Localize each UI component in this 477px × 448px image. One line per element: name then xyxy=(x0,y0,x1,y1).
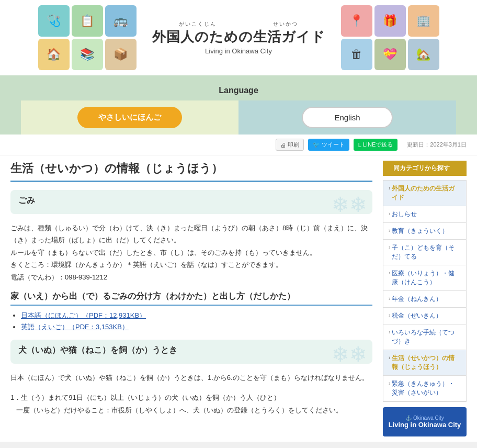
sidebar-nav: › 外国人のための生活ガイド › おしらせ › 教育（きょういく） › 子（こ）… xyxy=(383,180,467,402)
sidebar-item-label: 医療（いりょう）・健康（けんこう） xyxy=(392,269,461,287)
chevron-icon: › xyxy=(389,296,390,301)
icon-gift: 🎁 xyxy=(374,5,406,37)
icon-bus: 🚌 xyxy=(105,5,137,37)
gomi-body: ごみは、種類（しゅるい）で分（わ）けて、決（き）まった曜日（ようび）の朝（あさ）… xyxy=(10,222,372,283)
sidebar-title-text: 同カテゴリから探す xyxy=(393,164,450,173)
site-header: 🩺 📋 🚌 🏠 📚 📦 がいこくじん せいかつ 外国人のための生活ガイド Liv… xyxy=(0,0,477,75)
sidebar-item-label: 生活（せいかつ）の情報（じょうほう） xyxy=(392,354,461,372)
content-area: 生活（せいかつ）の情報（じょうほう） ごみ ❄❄ ごみは、種類（しゅるい）で分（… xyxy=(10,161,383,436)
sidebar-item-label: おしらせ xyxy=(392,210,417,219)
banner-city: ⚓ Okinawa City xyxy=(388,415,461,421)
sidebar-item-label: いろいろな手続（てつづ）き xyxy=(392,328,461,346)
icon-home2: 🏡 xyxy=(408,39,439,70)
tweet-button[interactable]: 🐦 ツイート xyxy=(308,139,349,151)
japanese-lang-button[interactable]: やさしいにほんご xyxy=(77,107,182,128)
sidebar-item-medical[interactable]: › 医療（いりょう）・健康（けんこう） xyxy=(383,265,466,291)
icon-heart: 💝 xyxy=(374,39,406,70)
tweet-icon: 🐦 xyxy=(313,141,320,148)
icon-building: 🏢 xyxy=(408,5,439,37)
snowflake-decoration: ❄❄ xyxy=(332,193,367,214)
sidebar-item-label: 外国人のための生活ガイド xyxy=(392,184,461,202)
gomi-title: ごみ xyxy=(18,195,365,206)
snowflake-decoration-2: ❄❄ xyxy=(332,342,367,364)
sidebar: 同カテゴリから探す › 外国人のための生活ガイド › おしらせ › 教育（きょう… xyxy=(383,161,467,436)
pet-title: 犬（いぬ）や猫（ねこ）を飼（か）うとき xyxy=(18,345,365,356)
sidebar-item-foreign-guide[interactable]: › 外国人のための生活ガイド xyxy=(383,181,466,206)
icon-layers: 📦 xyxy=(105,39,137,70)
line-icon: L xyxy=(358,142,361,148)
icon-book: 📚 xyxy=(72,39,103,70)
pet-list-item: 1．生（う）まれて91日（にち）以上（いじょう）の犬（いぬ）を飼（か）う人（ひと… xyxy=(10,391,372,416)
chevron-icon: › xyxy=(389,270,390,276)
sidebar-item-children[interactable]: › 子（こ）どもを育（そだ）てる xyxy=(383,240,466,265)
site-subtitle: Living in Okinawa City xyxy=(152,47,325,55)
chevron-icon: › xyxy=(389,355,390,361)
update-date: 更新日：2022年3月1日 xyxy=(407,141,467,149)
pet-section: 犬（いぬ）や猫（ねこ）を飼（か）うとき ❄❄ xyxy=(10,340,372,364)
sidebar-item-emergency[interactable]: › 緊急（きんきゅう）・災害（さいがい） xyxy=(383,376,466,401)
main-layout: 生活（せいかつ）の情報（じょうほう） ごみ ❄❄ ごみは、種類（しゅるい）で分（… xyxy=(0,155,477,442)
chevron-icon: › xyxy=(389,312,390,318)
language-label: Language xyxy=(21,82,456,100)
sidebar-item-life-info[interactable]: › 生活（せいかつ）の情報（じょうほう） xyxy=(383,350,466,376)
chevron-icon: › xyxy=(389,211,390,217)
icon-location: 📍 xyxy=(341,5,372,37)
language-section: Language やさしいにほんご English xyxy=(0,75,477,135)
link-item-japanese: 日本語（にほんご）（PDF：12,931KB） xyxy=(21,311,372,320)
chevron-icon: › xyxy=(389,228,390,233)
print-icon: 🖨 xyxy=(280,142,286,148)
sidebar-item-label: 教育（きょういく） xyxy=(392,227,448,236)
english-lang-container: English xyxy=(238,100,456,135)
gomi-section: ごみ ❄❄ xyxy=(10,190,372,214)
header-icons-left: 🩺 📋 🚌 🏠 📚 📦 xyxy=(38,5,137,70)
subsection-title: 家（いえ）から出（で）るごみの分け方（わけかた）と出し方（だしかた） xyxy=(10,291,372,306)
header-center: がいこくじん せいかつ 外国人のための生活ガイド Living in Okina… xyxy=(137,20,341,55)
page-title: 生活（せいかつ）の情報（じょうほう） xyxy=(10,161,372,182)
line-label: LINEで送る xyxy=(363,141,393,149)
language-buttons: やさしいにほんご English xyxy=(21,100,456,135)
icon-medical: 🩺 xyxy=(38,5,70,37)
icon-house: 🏠 xyxy=(38,39,70,70)
chevron-icon: › xyxy=(389,380,390,386)
english-lang-button[interactable]: English xyxy=(302,107,392,128)
sidebar-item-pension[interactable]: › 年金（ねんきん） xyxy=(383,291,466,308)
print-label: 印刷 xyxy=(288,141,299,149)
print-button[interactable]: 🖨 印刷 xyxy=(276,139,304,151)
sidebar-item-label: 税金（ぜいきん） xyxy=(392,311,442,320)
pdf-english-link[interactable]: 英語（えいご）（PDF：3,153KB） xyxy=(21,323,129,331)
icon-trash: 🗑 xyxy=(341,39,372,70)
pdf-links: 日本語（にほんご）（PDF：12,931KB） 英語（えいご）（PDF：3,15… xyxy=(10,311,372,332)
sidebar-item-label: 子（こ）どもを育（そだ）てる xyxy=(392,243,461,261)
pdf-japanese-link[interactable]: 日本語（にほんご）（PDF：12,931KB） xyxy=(21,311,146,319)
sidebar-item-news[interactable]: › おしらせ xyxy=(383,206,466,223)
sidebar-item-tax[interactable]: › 税金（ぜいきん） xyxy=(383,308,466,324)
title-ruby: がいこくじん せいかつ xyxy=(152,20,325,28)
sidebar-item-label: 緊急（きんきゅう）・災害（さいがい） xyxy=(392,379,461,397)
pet-body: 日本（にほん）で犬（いぬ）や猫（ねこ）を飼（か）うときは、1.から6.のことを守… xyxy=(10,372,372,384)
sidebar-title: 同カテゴリから探す xyxy=(383,161,467,176)
header-icons-right: 📍 🎁 🏢 🗑 💝 🏡 xyxy=(341,5,439,70)
tweet-label: ツイート xyxy=(322,141,345,149)
sidebar-banner[interactable]: ⚓ Okinawa City Living in Okinawa City xyxy=(383,407,467,436)
chevron-icon: › xyxy=(389,185,390,191)
banner-name: Living in Okinawa City xyxy=(388,421,461,429)
link-item-english: 英語（えいご）（PDF：3,153KB） xyxy=(21,322,372,332)
chevron-icon: › xyxy=(389,244,390,250)
okinawa-icon: ⚓ xyxy=(405,415,412,421)
japanese-lang-container: やさしいにほんご xyxy=(21,100,238,135)
line-button[interactable]: L LINEで送る xyxy=(354,139,398,151)
sidebar-item-label: 年金（ねんきん） xyxy=(392,295,442,304)
site-title: 外国人のための生活ガイド xyxy=(152,28,325,46)
sidebar-item-procedures[interactable]: › いろいろな手続（てつづ）き xyxy=(383,324,466,350)
sidebar-item-education[interactable]: › 教育（きょういく） xyxy=(383,223,466,240)
chevron-icon: › xyxy=(389,329,390,335)
icon-document: 📋 xyxy=(72,5,103,37)
action-bar: 🖨 印刷 🐦 ツイート L LINEで送る 更新日：2022年3月1日 xyxy=(0,135,477,155)
